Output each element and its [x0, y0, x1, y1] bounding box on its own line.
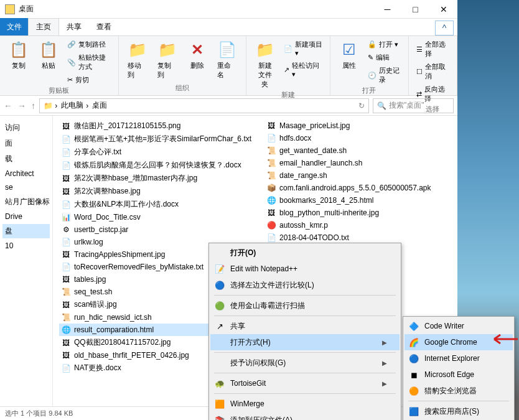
file-item[interactable]: 📄锻炼后肌肉酸痛是怎么回事？如何快速恢复？.docx [59, 159, 252, 172]
search-icon: 🔍 [377, 101, 386, 110]
file-icon: 🖼 [61, 174, 71, 184]
titlebar: 桌面 ─ □ ✕ [0, 0, 457, 19]
file-item[interactable]: 🖼微信图片_20171218105155.png [59, 119, 252, 133]
selectall-button[interactable]: ☰全部选择 [415, 39, 451, 60]
path-seg-2[interactable]: 桌面 [92, 100, 107, 111]
file-item[interactable]: 🖼blog_python_multi-inherite.jpg [264, 207, 457, 219]
file-item[interactable]: 📜date_range.sh [264, 169, 457, 182]
file-item[interactable]: 📄2018-04-04TODO.txt [264, 231, 457, 244]
file-item[interactable]: 🔴autossh_kmr.p [264, 219, 457, 231]
properties-button[interactable]: ☑属性 [337, 39, 362, 72]
file-icon: 📜 [266, 170, 276, 180]
newfolder-button[interactable]: 📁新建 文件夹 [253, 39, 278, 90]
pasteshortcut-button[interactable]: 📎粘贴快捷方式 [66, 52, 112, 73]
delete-button[interactable]: ✕删除 [185, 39, 210, 72]
nav-item[interactable]: Drive [2, 210, 50, 223]
file-icon: 🖼 [61, 300, 71, 310]
menu-item[interactable]: 🔵选择左边文件进行比较(L) [210, 277, 400, 293]
minimize-button[interactable]: ─ [373, 0, 401, 19]
paste-button[interactable]: 📋粘贴 [36, 39, 61, 72]
nav-item[interactable]: Architect [2, 167, 50, 180]
nav-item[interactable]: 站月广图像标签1 [2, 195, 50, 209]
selectnone-button[interactable]: ☐全部取消 [415, 61, 451, 82]
menu-item-icon [214, 357, 225, 368]
menu-item[interactable]: 🟢使用金山毒霸进行扫描 [210, 297, 400, 314]
path-seg-1[interactable]: 此电脑 › [61, 100, 88, 111]
menu-item-label: 选择左边文件进行比较(L) [230, 280, 314, 291]
file-item[interactable]: 🌐bookmarks_2018_4_25.html [264, 194, 457, 207]
file-item[interactable]: 📦com.fanli.android.apps_5.5.0_605000057.… [264, 182, 457, 194]
file-icon: 📄 [61, 134, 71, 144]
file-item[interactable]: 📄大数据&NLP本周工作小结.docx [59, 198, 252, 211]
close-button[interactable]: ✕ [429, 0, 457, 19]
menu-item[interactable]: 授予访问权限(G)▶ [210, 355, 400, 371]
file-name: 第2次调整hbase.jpg [74, 186, 141, 197]
file-item[interactable]: ⚙usertb_cistcp.jar [59, 223, 252, 236]
path-input[interactable]: 📁 › 此电脑 › 桌面 ↻ [39, 98, 369, 113]
tab-file[interactable]: 文件 [0, 18, 28, 35]
history-button[interactable]: 🕘历史记录 [367, 65, 402, 86]
file-name: 第2次调整hbase_增加master内存.jpg [74, 173, 197, 184]
file-icon: 📄 [266, 233, 276, 243]
nav-item[interactable]: 载 [2, 152, 50, 166]
nav-item[interactable]: 访问 [2, 121, 50, 135]
menu-item-label: Internet Explorer [424, 354, 480, 363]
copyto-button[interactable]: 📁复制到 [155, 39, 180, 81]
file-name: email_handler_launch.sh [279, 159, 362, 167]
menu-item-label: Microsoft Edge [424, 370, 474, 379]
menu-item[interactable]: 🟧WinMerge [210, 396, 400, 412]
nav-item[interactable]: se [2, 181, 50, 194]
file-item[interactable]: 📊Word_Doc_Title.csv [59, 211, 252, 223]
file-icon: 🔴 [266, 220, 276, 230]
file-item[interactable]: 🖼Masage_priceList.jpg [264, 119, 457, 132]
refresh-icon[interactable]: ↻ [358, 101, 365, 110]
menu-item-label: 搜索应用商店(S) [424, 406, 479, 417]
newitem-button[interactable]: 📄新建项目 ▾ [283, 39, 324, 58]
menu-item[interactable]: ◼Microsoft Edge [404, 366, 513, 383]
menu-item[interactable]: 🔵Internet Explorer [404, 350, 513, 366]
copypath-button[interactable]: 🔗复制路径 [66, 39, 112, 50]
nav-item[interactable]: 面 [2, 136, 50, 151]
cut-button[interactable]: ✂剪切 [66, 74, 112, 86]
file-item[interactable]: 📄hdfs.docx [264, 132, 457, 144]
easyaccess-button[interactable]: ↗轻松访问 ▾ [283, 60, 324, 80]
file-name: tables.jpg [74, 275, 106, 284]
help-button[interactable]: ^ [435, 21, 454, 35]
tab-view[interactable]: 查看 [89, 18, 119, 35]
menu-item-label: Edit with Notepad++ [230, 264, 297, 273]
nav-back-icon[interactable]: ← [4, 101, 12, 111]
menu-item[interactable]: ↗共享 [210, 318, 400, 334]
file-item[interactable]: 📜get_wanted_date.sh [264, 144, 457, 157]
menu-item[interactable]: 📚添加到压缩文件(A)... [210, 412, 400, 420]
nav-item[interactable]: 盘 [2, 224, 50, 238]
tab-share[interactable]: 共享 [59, 18, 89, 35]
tab-home[interactable]: 主页 [28, 18, 59, 35]
status-text: 选中 1 个项目 9.84 KB [5, 409, 73, 418]
file-item[interactable]: 🖼第2次调整hbase_增加master内存.jpg [59, 172, 252, 185]
moveto-button[interactable]: 📁移动到 [125, 39, 150, 81]
file-item[interactable]: 🖼第2次调整hbase.jpg [59, 185, 252, 198]
file-icon: 🖼 [61, 350, 71, 360]
copy-button[interactable]: 📋复制 [6, 39, 31, 72]
open-button[interactable]: 🔓打开 ▾ [367, 39, 402, 50]
file-item[interactable]: 📄根据笔画+五笔+其他=形近字表SimilarFormChar_6.txt [59, 133, 252, 146]
menu-item[interactable]: 🐢TortoiseGit▶ [210, 375, 400, 391]
menu-item[interactable]: 📝Edit with Notepad++ [210, 261, 400, 277]
nav-fwd-icon[interactable]: → [17, 101, 26, 111]
file-item[interactable]: 📜email_handler_launch.sh [264, 157, 457, 169]
menu-item[interactable]: 打开(O) [210, 245, 400, 261]
search-input[interactable]: 🔍 搜索"桌面" [373, 98, 454, 113]
maximize-button[interactable]: □ [401, 0, 429, 19]
file-item[interactable]: 📄分享会心评.txt [59, 146, 252, 159]
menu-item[interactable]: 🟠猎豹安全浏览器 [404, 383, 513, 399]
menu-item[interactable]: 打开方式(H)▶ [210, 334, 400, 350]
rename-button[interactable]: 📄重命名 [215, 39, 240, 81]
nav-item[interactable]: 10 [2, 240, 50, 252]
menu-item[interactable]: 🔷Code Writer [404, 318, 513, 334]
nav-up-icon[interactable]: ↑ [31, 101, 35, 111]
menu-separator [214, 393, 396, 394]
edit-button[interactable]: ✎编辑 [367, 52, 402, 63]
menu-separator [214, 352, 396, 353]
menu-item[interactable]: 🟦搜索应用商店(S) [404, 403, 513, 419]
ribbon-tabs: 文件 主页 共享 查看 ^ [0, 19, 457, 36]
